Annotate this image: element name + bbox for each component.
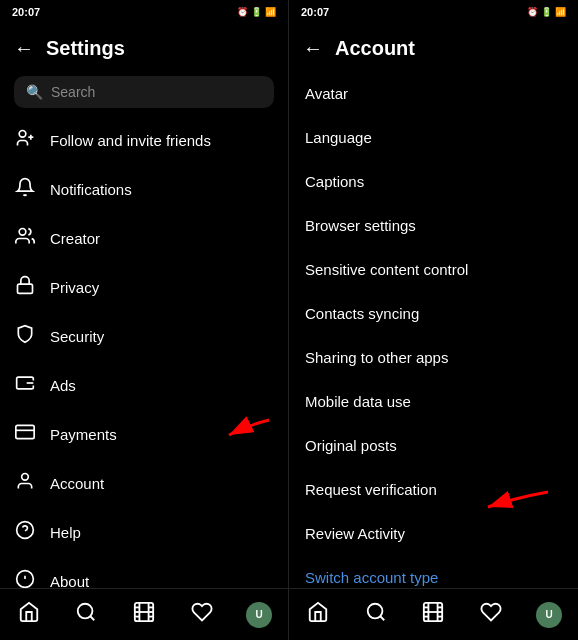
follow-label: Follow and invite friends	[50, 132, 211, 149]
heart-icon-right	[480, 601, 502, 628]
switch-account-type-label: Switch account type	[305, 569, 438, 586]
menu-item-payments[interactable]: Payments	[0, 410, 288, 459]
review-activity-label: Review Activity	[305, 525, 405, 542]
ads-icon	[14, 373, 36, 398]
language-label: Language	[305, 129, 372, 146]
signal-icon-right: 📶	[555, 7, 566, 17]
svg-point-0	[19, 131, 26, 138]
creator-label: Creator	[50, 230, 100, 247]
account-item-captions[interactable]: Captions	[289, 160, 578, 204]
account-item-mobile-data[interactable]: Mobile data use	[289, 380, 578, 424]
nav-heart-right[interactable]	[471, 597, 511, 633]
nav-search-right[interactable]	[356, 597, 396, 633]
account-label: Account	[50, 475, 104, 492]
security-icon	[14, 324, 36, 349]
back-button-left[interactable]: ←	[14, 37, 34, 60]
about-label: About	[50, 573, 89, 588]
account-title: Account	[335, 37, 415, 60]
bottom-nav-left: U	[0, 588, 288, 640]
menu-item-privacy[interactable]: Privacy	[0, 263, 288, 312]
alarm-icon: ⏰	[237, 7, 248, 17]
nav-home-left[interactable]	[9, 597, 49, 633]
avatar-right: U	[536, 602, 562, 628]
reels-icon-right	[422, 601, 444, 628]
left-panel: 20:07 ⏰ 🔋 📶 ← Settings 🔍 Search	[0, 0, 289, 640]
ads-label: Ads	[50, 377, 76, 394]
svg-line-28	[380, 616, 384, 620]
settings-title: Settings	[46, 37, 125, 60]
nav-heart-left[interactable]	[182, 597, 222, 633]
svg-rect-4	[18, 284, 33, 293]
captions-label: Captions	[305, 173, 364, 190]
menu-item-help[interactable]: Help	[0, 508, 288, 557]
alarm-icon-right: ⏰	[527, 7, 538, 17]
follow-icon	[14, 128, 36, 153]
avatar-left: U	[246, 602, 272, 628]
nav-reels-left[interactable]	[124, 597, 164, 633]
menu-item-account[interactable]: Account	[0, 459, 288, 508]
settings-menu-list: Follow and invite friends Notifications …	[0, 116, 288, 588]
notifications-icon	[14, 177, 36, 202]
menu-item-creator[interactable]: Creator	[0, 214, 288, 263]
battery-icon-right: 🔋	[541, 7, 552, 17]
back-button-right[interactable]: ←	[303, 37, 323, 60]
account-item-request-verification[interactable]: Request verification	[289, 468, 578, 512]
creator-icon	[14, 226, 36, 251]
nav-avatar-right[interactable]: U	[529, 597, 569, 633]
search-bar[interactable]: 🔍 Search	[14, 76, 274, 108]
account-item-sensitive-content[interactable]: Sensitive content control	[289, 248, 578, 292]
svg-point-16	[78, 604, 93, 619]
menu-item-about[interactable]: About	[0, 557, 288, 588]
status-time-left: 20:07	[12, 6, 40, 18]
account-item-original-posts[interactable]: Original posts	[289, 424, 578, 468]
privacy-label: Privacy	[50, 279, 99, 296]
nav-reels-right[interactable]	[413, 597, 453, 633]
account-item-sharing[interactable]: Sharing to other apps	[289, 336, 578, 380]
menu-item-follow[interactable]: Follow and invite friends	[0, 116, 288, 165]
notifications-label: Notifications	[50, 181, 132, 198]
svg-point-7	[22, 474, 29, 481]
account-item-contacts-syncing[interactable]: Contacts syncing	[289, 292, 578, 336]
home-icon-right	[307, 601, 329, 628]
about-icon	[14, 569, 36, 588]
menu-item-ads[interactable]: Ads	[0, 361, 288, 410]
status-time-right: 20:07	[301, 6, 329, 18]
settings-header: ← Settings	[0, 24, 288, 72]
svg-point-27	[367, 604, 382, 619]
nav-search-left[interactable]	[66, 597, 106, 633]
svg-line-17	[91, 616, 95, 620]
privacy-icon	[14, 275, 36, 300]
nav-avatar-left[interactable]: U	[239, 597, 279, 633]
signal-icon: 📶	[265, 7, 276, 17]
contacts-syncing-label: Contacts syncing	[305, 305, 419, 322]
avatar-item-label: Avatar	[305, 85, 348, 102]
account-icon	[14, 471, 36, 496]
help-label: Help	[50, 524, 81, 541]
account-item-language[interactable]: Language	[289, 116, 578, 160]
payments-label: Payments	[50, 426, 117, 443]
browser-settings-label: Browser settings	[305, 217, 416, 234]
account-item-review-activity[interactable]: Review Activity	[289, 512, 578, 556]
svg-point-3	[19, 229, 26, 236]
nav-home-right[interactable]	[298, 597, 338, 633]
account-item-switch-account-type[interactable]: Switch account type	[289, 556, 578, 588]
menu-item-security[interactable]: Security	[0, 312, 288, 361]
status-bar-right: 20:07 ⏰ 🔋 📶	[289, 0, 578, 24]
account-item-browser-settings[interactable]: Browser settings	[289, 204, 578, 248]
search-icon: 🔍	[26, 84, 43, 100]
account-menu-list: Avatar Language Captions Browser setting…	[289, 72, 578, 588]
home-icon-left	[18, 601, 40, 628]
search-placeholder: Search	[51, 84, 95, 100]
account-item-avatar[interactable]: Avatar	[289, 72, 578, 116]
search-nav-icon-right	[365, 601, 387, 628]
status-icons-left: ⏰ 🔋 📶	[237, 7, 276, 17]
help-icon	[14, 520, 36, 545]
mobile-data-label: Mobile data use	[305, 393, 411, 410]
bottom-nav-right: U	[289, 588, 578, 640]
right-panel: 20:07 ⏰ 🔋 📶 ← Account Avatar Language Ca…	[289, 0, 578, 640]
menu-item-notifications[interactable]: Notifications	[0, 165, 288, 214]
sharing-label: Sharing to other apps	[305, 349, 448, 366]
status-icons-right: ⏰ 🔋 📶	[527, 7, 566, 17]
payments-icon	[14, 422, 36, 447]
status-bar-left: 20:07 ⏰ 🔋 📶	[0, 0, 288, 24]
